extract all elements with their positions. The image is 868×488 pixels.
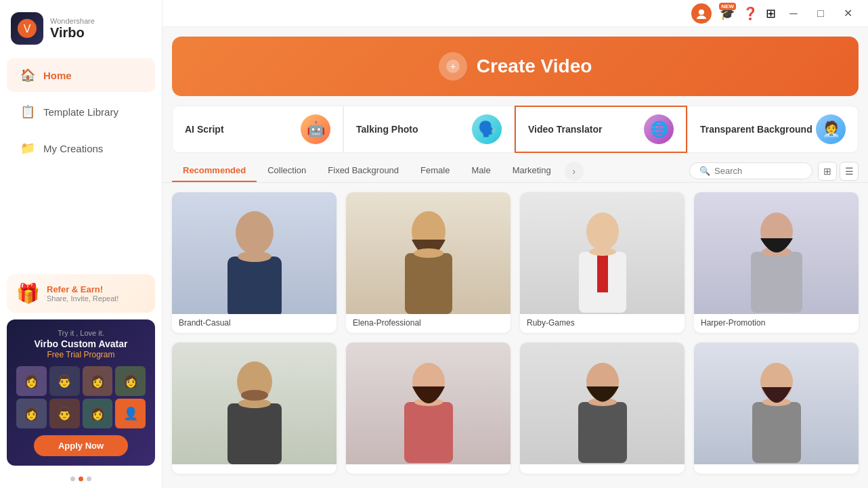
sidebar-item-template-library[interactable]: 📋 Template Library [7,95,155,129]
tab-collection[interactable]: Collection [257,160,317,182]
restore-button[interactable]: □ [811,4,830,23]
tab-marketing[interactable]: Marketing [502,160,562,182]
card-image-female4 [694,342,859,464]
search-icon: 🔍 [699,166,710,176]
banner-avatar[interactable]: Try it , Love it. Virbo Custom Avatar Fr… [7,319,155,466]
app-logo-icon: V [11,12,43,45]
content-grid: Brandt-Casual Elena-Professional [162,183,868,488]
logo-text: Wondershare Virbo [50,17,95,41]
avatar-thumb-7: 👩 [83,399,113,428]
sidebar-item-home[interactable]: 🏠 Home [7,58,155,92]
banner-avatar-grid: 👩 👨 👩 👩 👩 👨 👩 👤 [16,366,146,428]
svg-point-8 [238,251,272,262]
svg-text:+: + [450,61,456,72]
banner-dots [7,476,155,481]
help-icon: ❓ [743,7,758,20]
grid-icon-wrap[interactable]: ⊞ [766,6,776,21]
tab-more-button[interactable]: › [565,162,584,181]
grid-card-male1[interactable]: HOT [172,342,337,474]
apply-now-button[interactable]: Apply Now [34,435,128,456]
svg-rect-7 [227,257,282,314]
sidebar-item-home-label: Home [43,70,72,81]
tab-fixed-background[interactable]: Fixed Background [317,160,410,182]
feature-cards: AI Script 🤖 Talking Photo 🗣️ Video Trans… [172,106,859,153]
new-badge: NEW [719,3,736,10]
tab-female[interactable]: Female [410,160,460,182]
user-avatar[interactable] [691,3,712,24]
svg-point-15 [589,248,616,256]
card-label-female3 [520,464,685,474]
card-label-female2 [346,464,511,474]
card-image-brandt [172,192,337,314]
svg-rect-24 [404,402,453,463]
my-creations-icon: 📁 [20,141,35,156]
svg-rect-14 [597,252,608,292]
avatar-thumb-6: 👨 [49,399,80,428]
feature-card-ai-script[interactable]: AI Script 🤖 [172,106,343,153]
logo-name: Virbo [50,25,95,41]
card-label-harper: Harper-Promotion [694,314,859,333]
card-label-ruby: Ruby-Games [520,314,685,333]
sidebar-item-my-creations[interactable]: 📁 My Creations [7,131,155,165]
grid-card-female2[interactable] [346,342,511,474]
card-label-male1 [172,464,337,474]
grid-card-brandt[interactable]: Brandt-Casual [172,192,337,333]
dot-2 [79,476,83,481]
avatar-thumb-4: 👩 [115,366,146,396]
svg-point-6 [236,211,274,254]
svg-point-11 [414,248,443,258]
create-video-label: Create Video [477,56,592,77]
grid-card-female3[interactable] [520,342,685,474]
chevron-right-icon: › [572,166,576,177]
card-image-ruby [520,192,685,314]
card-image-elena [346,192,511,314]
ai-script-icon: 🤖 [301,114,330,144]
video-translator-label: Video Translator [528,124,602,135]
refer-subtitle: Share, Invite, Repeat! [47,294,118,303]
tab-male[interactable]: Male [460,160,501,182]
list-view-button[interactable]: ☰ [840,162,859,181]
avatar-thumb-1: 👩 [16,366,47,396]
svg-text:V: V [24,23,31,35]
sidebar-item-template-library-label: Template Library [43,106,118,118]
logo-area: V Wondershare Virbo [0,0,162,57]
gift-icon-wrap[interactable]: 🎓 NEW [720,6,735,21]
main-content: 🎓 NEW ❓ ⊞ ─ □ ✕ + Create Video AI Script… [162,0,868,488]
minimize-button[interactable]: ─ [784,4,803,23]
grid-card-elena[interactable]: Elena-Professional [346,192,511,333]
ai-script-label: AI Script [185,124,224,135]
view-buttons: ⊞ ☰ [818,162,859,181]
feature-card-transparent-bg[interactable]: Transparent Background 🧑‍💼 [687,106,859,153]
svg-rect-20 [227,403,282,464]
grid-card-ruby[interactable]: Ruby-Games [520,192,685,333]
grid-card-female4[interactable] [694,342,859,474]
banner-free-label: Free Trial Program [47,350,114,359]
banner-try-label: Try it , Love it. [58,329,104,337]
card-image-female2 [346,342,511,464]
card-image-harper [694,192,859,314]
svg-rect-30 [752,402,801,463]
grid-view-button[interactable]: ⊞ [818,162,837,181]
svg-rect-17 [751,252,802,313]
grid-card-harper[interactable]: Harper-Promotion [694,192,859,333]
card-label-brandt: Brandt-Casual [172,314,337,333]
card-label-female4 [694,464,859,474]
banner-refer[interactable]: 🎁 Refer & Earn! Share, Invite, Repeat! [7,274,155,313]
help-icon-wrap[interactable]: ❓ [743,6,758,21]
transparent-bg-label: Transparent Background [700,124,812,135]
dot-1 [70,476,75,481]
refer-title: Refer & Earn! [47,284,118,294]
card-label-elena: Elena-Professional [346,314,511,333]
feature-card-video-translator[interactable]: Video Translator 🌐 [515,106,687,153]
search-box: 🔍 [689,162,812,179]
template-library-icon: 📋 [20,104,35,119]
tab-recommended[interactable]: Recommended [172,160,257,182]
close-button[interactable]: ✕ [838,4,857,23]
svg-point-3 [697,16,706,19]
svg-rect-10 [405,253,452,314]
svg-rect-27 [578,402,627,463]
search-input[interactable] [714,166,802,176]
avatar-thumb-5: 👩 [16,399,47,428]
feature-card-talking-photo[interactable]: Talking Photo 🗣️ [343,106,515,153]
create-video-banner[interactable]: + Create Video [172,37,859,96]
